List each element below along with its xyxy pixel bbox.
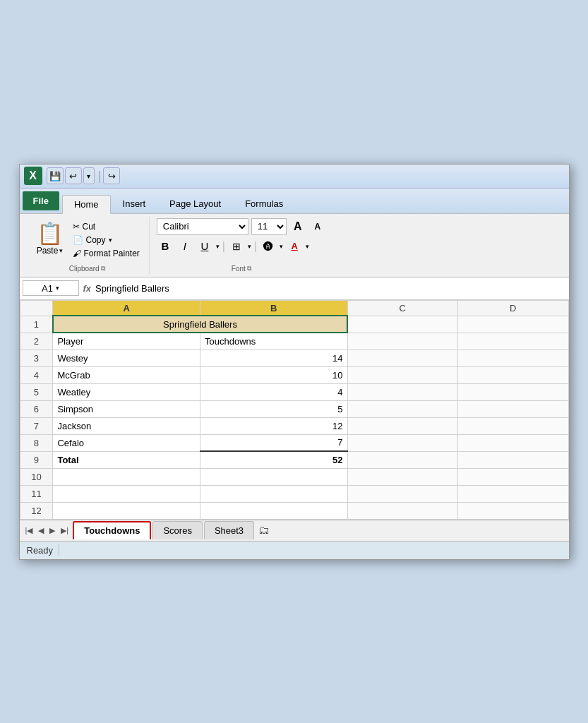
cell-c6[interactable]	[347, 400, 457, 417]
cell-a9[interactable]: Total	[53, 451, 200, 468]
cell-d2[interactable]	[458, 333, 568, 349]
underline-dropdown-icon: ▾	[216, 243, 220, 250]
cell-d4[interactable]	[458, 366, 568, 383]
sheet-tab-sheet3[interactable]: Sheet3	[204, 521, 254, 539]
cell-c3[interactable]	[347, 349, 457, 366]
font-shrink-button[interactable]: A	[309, 218, 326, 235]
table-row: 5 Weatley 4	[20, 383, 568, 400]
cell-b6[interactable]: 5	[200, 400, 348, 417]
cell-c7[interactable]	[347, 417, 457, 434]
clipboard-expand-icon[interactable]: ⧉	[101, 265, 105, 273]
cell-a4[interactable]: McGrab	[53, 366, 200, 383]
cell-b12[interactable]	[200, 502, 348, 519]
cell-a1[interactable]: Springfield Ballers	[53, 316, 347, 333]
col-header-b[interactable]: B	[200, 300, 348, 316]
undo-button[interactable]: ↩	[65, 167, 82, 184]
format-painter-icon: 🖌	[73, 249, 81, 258]
tab-home[interactable]: Home	[62, 195, 111, 214]
cell-c9[interactable]	[347, 451, 457, 468]
underline-button[interactable]: U	[196, 238, 213, 255]
cell-a12[interactable]	[53, 502, 200, 519]
col-header-d[interactable]: D	[458, 300, 568, 316]
undo-dropdown-button[interactable]: ▾	[83, 167, 95, 184]
tab-page-layout[interactable]: Page Layout	[157, 194, 233, 213]
cell-b2[interactable]: Touchdowns	[200, 333, 348, 349]
cell-c4[interactable]	[347, 366, 457, 383]
fill-color-button[interactable]: 🅐	[260, 238, 277, 255]
cell-a6[interactable]: Simpson	[53, 400, 200, 417]
cell-d7[interactable]	[458, 417, 568, 434]
cell-b7[interactable]: 12	[200, 417, 348, 434]
cell-d12[interactable]	[458, 502, 568, 519]
cell-a7[interactable]: Jackson	[53, 417, 200, 434]
tab-file[interactable]: File	[23, 191, 59, 210]
cell-b3[interactable]: 14	[200, 349, 348, 366]
tab-insert[interactable]: Insert	[111, 194, 158, 213]
sheet-nav-next[interactable]: ▶	[47, 524, 58, 537]
col-header-c[interactable]: C	[347, 300, 457, 316]
cell-d10[interactable]	[458, 468, 568, 485]
cell-a5[interactable]: Weatley	[53, 383, 200, 400]
cell-c2[interactable]	[347, 333, 457, 349]
cut-button[interactable]: ✂ Cut	[71, 221, 142, 232]
spreadsheet-container[interactable]: A B C D 1 Springfield Ballers 2 Player	[20, 300, 569, 520]
formula-input[interactable]	[95, 283, 565, 294]
paste-button[interactable]: 📋 Paste ▾	[32, 218, 68, 258]
sheet-nav-last[interactable]: ▶|	[58, 524, 71, 537]
cell-b5[interactable]: 4	[200, 383, 348, 400]
copy-button[interactable]: 📄 Copy ▾	[71, 234, 142, 246]
italic-button[interactable]: I	[176, 238, 193, 255]
add-sheet-button[interactable]: 🗂	[254, 522, 274, 538]
cell-d11[interactable]	[458, 485, 568, 502]
cell-a10[interactable]	[53, 468, 200, 485]
font-family-select[interactable]: Calibri	[157, 218, 248, 235]
cell-a3[interactable]: Westey	[53, 349, 200, 366]
tab-formulas[interactable]: Formulas	[233, 194, 295, 213]
cell-d5[interactable]	[458, 383, 568, 400]
cell-c8[interactable]	[347, 434, 457, 451]
bold-button[interactable]: B	[157, 238, 174, 255]
cell-a11[interactable]	[53, 485, 200, 502]
borders-button[interactable]: ⊞	[228, 238, 245, 255]
cell-d1[interactable]	[458, 316, 568, 333]
cell-b10[interactable]	[200, 468, 348, 485]
sheet-nav-prev[interactable]: ◀	[35, 524, 47, 537]
clipboard-group: 📋 Paste ▾ ✂ Cut 📄 Copy ▾	[25, 217, 150, 274]
font-color-icon: A	[291, 241, 297, 251]
cell-c11[interactable]	[347, 485, 457, 502]
sheet-nav-first[interactable]: |◀	[23, 524, 36, 537]
save-button[interactable]: 💾	[47, 167, 64, 184]
cell-d6[interactable]	[458, 400, 568, 417]
cell-b8[interactable]: 7	[200, 434, 348, 451]
table-row: 9 Total 52	[20, 451, 568, 468]
cell-c5[interactable]	[347, 383, 457, 400]
font-color-dropdown-icon: ▾	[306, 243, 309, 250]
font-expand-icon[interactable]: ⧉	[247, 265, 251, 273]
table-row: 3 Westey 14	[20, 349, 568, 366]
cell-c12[interactable]	[347, 502, 457, 519]
cell-d8[interactable]	[458, 434, 568, 451]
format-painter-button[interactable]: 🖌 Format Painter	[71, 248, 142, 259]
cell-a2[interactable]: Player	[53, 333, 200, 349]
cell-reference-box[interactable]: A1 ▾	[23, 280, 79, 296]
borders-dropdown-icon: ▾	[248, 243, 251, 250]
cell-c1[interactable]	[347, 316, 457, 333]
cell-b9[interactable]: 52	[200, 451, 348, 468]
status-bar: Ready	[20, 541, 569, 559]
sheet-tab-touchdowns[interactable]: Touchdowns	[73, 521, 151, 539]
row-num-3: 3	[20, 349, 53, 366]
cell-d3[interactable]	[458, 349, 568, 366]
font-size-select[interactable]: 11	[251, 218, 287, 235]
cell-c10[interactable]	[347, 468, 457, 485]
col-header-a[interactable]: A	[53, 300, 200, 316]
cell-a8[interactable]: Cefalo	[53, 434, 200, 451]
font-grow-button[interactable]: A	[289, 218, 306, 235]
redo-button[interactable]: ↪	[103, 167, 120, 184]
formula-bar: A1 ▾ fx	[20, 277, 569, 300]
font-color-button[interactable]: A	[286, 238, 303, 255]
table-row: 8 Cefalo 7	[20, 434, 568, 451]
cell-b4[interactable]: 10	[200, 366, 348, 383]
cell-b11[interactable]	[200, 485, 348, 502]
cell-d9[interactable]	[458, 451, 568, 468]
sheet-tab-scores[interactable]: Scores	[152, 521, 202, 539]
